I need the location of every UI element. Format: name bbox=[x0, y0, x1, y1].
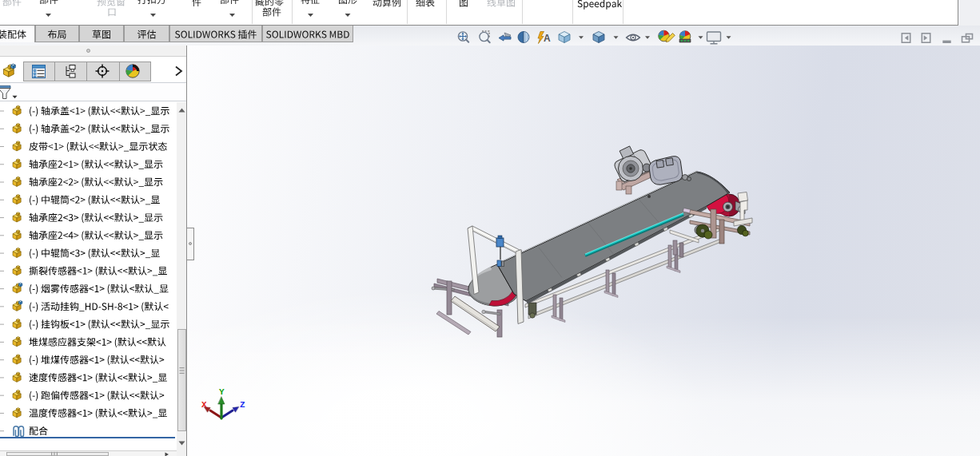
svg-text:A: A bbox=[544, 33, 551, 44]
